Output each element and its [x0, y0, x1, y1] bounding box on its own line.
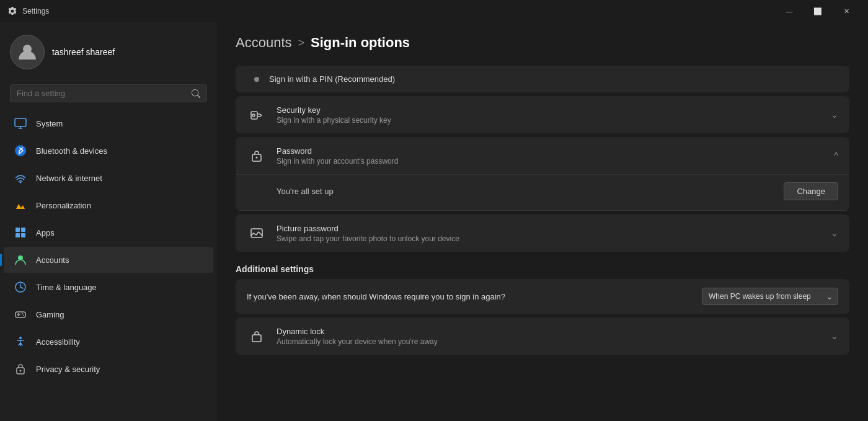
sidebar-item-label-apps: Apps	[36, 228, 55, 237]
chevron-down-icon-3: ⌄	[831, 331, 838, 341]
svg-point-4	[15, 145, 26, 156]
svg-point-16	[23, 315, 24, 316]
network-icon	[14, 171, 27, 185]
password-title: Password	[277, 146, 824, 156]
security-key-subtitle: Sign in with a physical security key	[277, 116, 821, 125]
time-icon	[14, 280, 27, 294]
main-content: Accounts > Sign-in options Sign in with …	[217, 22, 868, 421]
picture-password-card: Picture password Swipe and tap your favo…	[236, 215, 849, 252]
away-select-wrapper: When PC wakes up from sleep Every time N…	[702, 288, 838, 305]
personalization-icon	[14, 198, 27, 212]
svg-point-19	[20, 370, 22, 372]
chevron-down-icon: ⌄	[831, 110, 838, 120]
sidebar-item-label-accessibility: Accessibility	[36, 337, 80, 347]
breadcrumb-separator: >	[298, 37, 305, 50]
privacy-icon	[14, 362, 27, 376]
svg-point-5	[20, 182, 22, 184]
dynamic-lock-text: Dynamic lock Automatically lock your dev…	[277, 327, 821, 346]
picture-password-icon	[247, 223, 267, 243]
picture-password-title: Picture password	[277, 224, 821, 233]
dynamic-lock-row[interactable]: Dynamic lock Automatically lock your dev…	[236, 317, 849, 355]
svg-point-17	[19, 337, 22, 339]
pin-dot-icon	[254, 77, 259, 82]
additional-settings-header: Additional settings	[236, 264, 849, 274]
picture-password-row[interactable]: Picture password Swipe and tap your favo…	[236, 215, 849, 252]
password-icon	[247, 146, 267, 166]
svg-rect-9	[21, 233, 25, 237]
chevron-up-icon: ^	[834, 151, 838, 161]
sidebar-item-accounts[interactable]: Accounts	[4, 247, 213, 273]
sidebar-item-label-privacy: Privacy & security	[36, 365, 100, 374]
security-key-title: Security key	[277, 105, 821, 115]
sidebar: tashreef shareef System	[0, 22, 217, 421]
svg-point-23	[256, 157, 258, 159]
sidebar-item-personalization[interactable]: Personalization	[4, 192, 213, 218]
user-name: tashreef shareef	[52, 47, 115, 57]
svg-point-15	[22, 313, 23, 314]
dynamic-lock-icon	[247, 326, 267, 346]
password-subtitle: Sign in with your account's password	[277, 157, 824, 166]
security-key-card: Security key Sign in with a physical sec…	[236, 96, 849, 133]
avatar	[10, 35, 45, 69]
system-icon	[14, 117, 27, 130]
sidebar-item-system[interactable]: System	[4, 110, 213, 136]
search-input[interactable]	[17, 89, 187, 98]
user-profile: tashreef shareef	[0, 22, 217, 79]
sidebar-item-time[interactable]: Time & language	[4, 274, 213, 300]
gaming-icon	[14, 308, 27, 321]
svg-rect-1	[15, 118, 26, 126]
sidebar-item-privacy[interactable]: Privacy & security	[4, 356, 213, 382]
security-key-row[interactable]: Security key Sign in with a physical sec…	[236, 96, 849, 133]
sidebar-item-label-system: System	[36, 119, 63, 128]
dynamic-lock-subtitle: Automatically lock your device when you'…	[277, 337, 821, 346]
picture-password-subtitle: Swipe and tap your favorite photo to unl…	[277, 234, 821, 243]
svg-rect-7	[21, 228, 25, 232]
titlebar: Settings — ⬜ ✕	[0, 0, 868, 22]
settings-icon	[7, 6, 17, 16]
minimize-button[interactable]: —	[775, 1, 804, 21]
accounts-icon	[14, 253, 27, 267]
sidebar-item-accessibility[interactable]: Accessibility	[4, 329, 213, 355]
security-key-text: Security key Sign in with a physical sec…	[277, 105, 821, 125]
sidebar-item-label-gaming: Gaming	[36, 310, 64, 319]
picture-password-text: Picture password Swipe and tap your favo…	[277, 224, 821, 243]
breadcrumb-current: Sign-in options	[311, 35, 410, 51]
pin-row[interactable]: Sign in with a PIN (Recommended)	[236, 66, 849, 92]
sidebar-item-label-time: Time & language	[36, 283, 97, 292]
password-status-row: You're all set up Change	[277, 182, 838, 200]
breadcrumb-parent[interactable]: Accounts	[236, 35, 292, 51]
away-setting-label: If you've been away, when should Windows…	[247, 292, 702, 301]
password-expanded: You're all set up Change	[236, 175, 849, 211]
search-box[interactable]	[10, 84, 207, 102]
sidebar-item-label-personalization: Personalization	[36, 201, 91, 210]
svg-rect-8	[16, 233, 20, 237]
svg-rect-12	[16, 312, 25, 317]
sidebar-item-label-accounts: Accounts	[36, 255, 69, 265]
window-controls: — ⬜ ✕	[775, 1, 861, 21]
titlebar-title: Settings	[22, 7, 49, 16]
search-icon	[192, 89, 200, 98]
sidebar-item-label-network: Network & internet	[36, 174, 102, 183]
svg-point-21	[252, 114, 255, 117]
pin-text: Sign in with a PIN (Recommended)	[269, 74, 395, 84]
password-card: Password Sign in with your account's pas…	[236, 137, 849, 211]
sidebar-item-apps[interactable]: Apps	[4, 219, 213, 246]
sidebar-item-label-bluetooth: Bluetooth & devices	[36, 146, 107, 156]
search-container	[0, 79, 217, 110]
password-row[interactable]: Password Sign in with your account's pas…	[236, 137, 849, 175]
away-select[interactable]: When PC wakes up from sleep Every time N…	[702, 288, 838, 305]
maximize-button[interactable]: ⬜	[804, 1, 832, 21]
sidebar-item-gaming[interactable]: Gaming	[4, 301, 213, 327]
change-password-button[interactable]: Change	[784, 182, 838, 200]
sidebar-item-network[interactable]: Network & internet	[4, 165, 213, 191]
breadcrumb: Accounts > Sign-in options	[236, 35, 849, 51]
accessibility-icon	[14, 335, 27, 348]
away-setting-row: If you've been away, when should Windows…	[236, 279, 849, 314]
sidebar-item-bluetooth[interactable]: Bluetooth & devices	[4, 138, 213, 164]
dynamic-lock-card: Dynamic lock Automatically lock your dev…	[236, 317, 849, 355]
close-button[interactable]: ✕	[832, 1, 861, 21]
password-text: Password Sign in with your account's pas…	[277, 146, 824, 166]
bluetooth-icon	[14, 144, 27, 157]
svg-rect-6	[16, 228, 20, 232]
app-body: tashreef shareef System	[0, 22, 868, 421]
